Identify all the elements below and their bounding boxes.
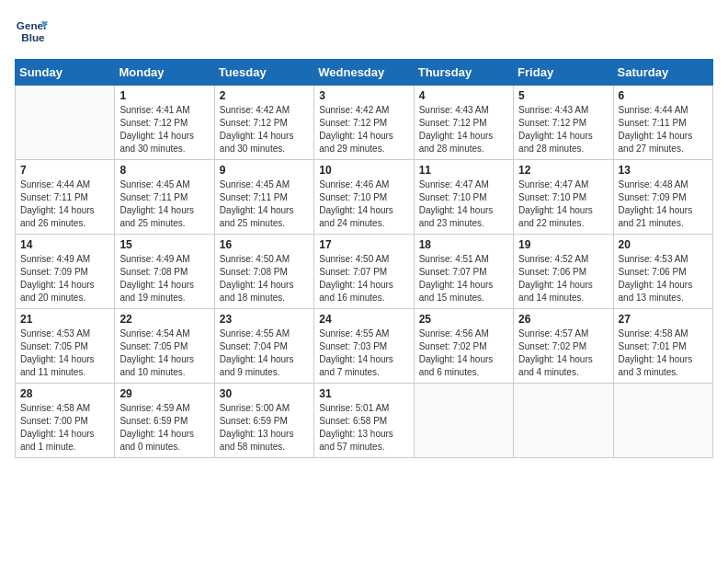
day-number: 2 bbox=[220, 89, 309, 102]
day-info: Sunrise: 4:56 AM Sunset: 7:02 PM Dayligh… bbox=[419, 327, 508, 379]
day-number: 1 bbox=[119, 89, 209, 102]
day-info: Sunrise: 4:46 AM Sunset: 7:10 PM Dayligh… bbox=[319, 178, 408, 230]
day-info: Sunrise: 4:45 AM Sunset: 7:11 PM Dayligh… bbox=[119, 178, 209, 230]
calendar-cell: 25Sunrise: 4:56 AM Sunset: 7:02 PM Dayli… bbox=[414, 309, 513, 384]
calendar-cell: 19Sunrise: 4:52 AM Sunset: 7:06 PM Dayli… bbox=[514, 235, 613, 309]
day-number: 26 bbox=[518, 313, 608, 326]
calendar-cell: 27Sunrise: 4:58 AM Sunset: 7:01 PM Dayli… bbox=[613, 309, 712, 384]
col-header-friday: Friday bbox=[514, 60, 613, 86]
calendar-cell: 30Sunrise: 5:00 AM Sunset: 6:59 PM Dayli… bbox=[214, 384, 313, 458]
day-info: Sunrise: 4:59 AM Sunset: 6:59 PM Dayligh… bbox=[119, 402, 209, 454]
day-number: 25 bbox=[419, 313, 508, 326]
day-number: 27 bbox=[619, 313, 708, 326]
calendar-cell: 6Sunrise: 4:44 AM Sunset: 7:11 PM Daylig… bbox=[613, 86, 712, 160]
calendar-table: SundayMondayTuesdayWednesdayThursdayFrid… bbox=[15, 59, 713, 458]
calendar-cell: 29Sunrise: 4:59 AM Sunset: 6:59 PM Dayli… bbox=[115, 384, 214, 458]
day-info: Sunrise: 4:49 AM Sunset: 7:08 PM Dayligh… bbox=[119, 253, 209, 304]
day-info: Sunrise: 4:42 AM Sunset: 7:12 PM Dayligh… bbox=[220, 104, 309, 155]
day-info: Sunrise: 5:00 AM Sunset: 6:59 PM Dayligh… bbox=[220, 402, 309, 454]
calendar-cell: 23Sunrise: 4:55 AM Sunset: 7:04 PM Dayli… bbox=[214, 309, 313, 384]
day-info: Sunrise: 4:53 AM Sunset: 7:06 PM Dayligh… bbox=[619, 253, 708, 304]
day-number: 31 bbox=[319, 387, 408, 400]
calendar-cell bbox=[613, 384, 712, 458]
calendar-week-row: 7Sunrise: 4:44 AM Sunset: 7:11 PM Daylig… bbox=[16, 160, 713, 235]
day-info: Sunrise: 4:55 AM Sunset: 7:03 PM Dayligh… bbox=[319, 327, 408, 379]
day-number: 21 bbox=[20, 313, 109, 326]
day-info: Sunrise: 4:57 AM Sunset: 7:02 PM Dayligh… bbox=[518, 327, 608, 379]
day-info: Sunrise: 5:01 AM Sunset: 6:58 PM Dayligh… bbox=[319, 402, 408, 454]
day-info: Sunrise: 4:58 AM Sunset: 7:00 PM Dayligh… bbox=[20, 402, 109, 454]
col-header-sunday: Sunday bbox=[16, 60, 115, 86]
day-number: 3 bbox=[319, 89, 408, 102]
page-header: General Blue bbox=[15, 15, 713, 48]
calendar-cell: 24Sunrise: 4:55 AM Sunset: 7:03 PM Dayli… bbox=[314, 309, 414, 384]
day-number: 8 bbox=[119, 164, 209, 177]
day-number: 11 bbox=[419, 164, 508, 177]
day-number: 23 bbox=[220, 313, 309, 326]
day-number: 13 bbox=[619, 164, 708, 177]
day-info: Sunrise: 4:42 AM Sunset: 7:12 PM Dayligh… bbox=[319, 104, 408, 155]
day-info: Sunrise: 4:43 AM Sunset: 7:12 PM Dayligh… bbox=[419, 104, 508, 155]
calendar-cell: 16Sunrise: 4:50 AM Sunset: 7:08 PM Dayli… bbox=[214, 235, 313, 309]
day-info: Sunrise: 4:41 AM Sunset: 7:12 PM Dayligh… bbox=[119, 104, 209, 155]
calendar-cell: 5Sunrise: 4:43 AM Sunset: 7:12 PM Daylig… bbox=[514, 86, 613, 160]
day-info: Sunrise: 4:50 AM Sunset: 7:08 PM Dayligh… bbox=[220, 253, 309, 304]
day-number: 10 bbox=[319, 164, 408, 177]
logo-icon: General Blue bbox=[15, 15, 48, 48]
col-header-saturday: Saturday bbox=[613, 60, 712, 86]
calendar-cell: 28Sunrise: 4:58 AM Sunset: 7:00 PM Dayli… bbox=[16, 384, 115, 458]
day-info: Sunrise: 4:43 AM Sunset: 7:12 PM Dayligh… bbox=[518, 104, 608, 155]
day-number: 7 bbox=[20, 164, 109, 177]
col-header-monday: Monday bbox=[115, 60, 214, 86]
day-number: 9 bbox=[220, 164, 309, 177]
calendar-cell: 11Sunrise: 4:47 AM Sunset: 7:10 PM Dayli… bbox=[414, 160, 513, 235]
day-number: 12 bbox=[518, 164, 608, 177]
calendar-cell bbox=[414, 384, 513, 458]
calendar-cell: 17Sunrise: 4:50 AM Sunset: 7:07 PM Dayli… bbox=[314, 235, 414, 309]
calendar-cell bbox=[514, 384, 613, 458]
calendar-header-row: SundayMondayTuesdayWednesdayThursdayFrid… bbox=[16, 60, 713, 86]
col-header-wednesday: Wednesday bbox=[314, 60, 414, 86]
calendar-cell: 10Sunrise: 4:46 AM Sunset: 7:10 PM Dayli… bbox=[314, 160, 414, 235]
day-info: Sunrise: 4:50 AM Sunset: 7:07 PM Dayligh… bbox=[319, 253, 408, 304]
day-number: 4 bbox=[419, 89, 508, 102]
col-header-tuesday: Tuesday bbox=[214, 60, 313, 86]
calendar-cell: 14Sunrise: 4:49 AM Sunset: 7:09 PM Dayli… bbox=[16, 235, 115, 309]
calendar-cell: 21Sunrise: 4:53 AM Sunset: 7:05 PM Dayli… bbox=[16, 309, 115, 384]
day-info: Sunrise: 4:44 AM Sunset: 7:11 PM Dayligh… bbox=[20, 178, 109, 230]
day-number: 14 bbox=[20, 238, 109, 251]
calendar-week-row: 21Sunrise: 4:53 AM Sunset: 7:05 PM Dayli… bbox=[16, 309, 713, 384]
calendar-cell: 31Sunrise: 5:01 AM Sunset: 6:58 PM Dayli… bbox=[314, 384, 414, 458]
calendar-cell: 2Sunrise: 4:42 AM Sunset: 7:12 PM Daylig… bbox=[214, 86, 313, 160]
day-number: 5 bbox=[518, 89, 608, 102]
svg-text:General: General bbox=[17, 19, 48, 31]
day-number: 19 bbox=[518, 238, 608, 251]
day-number: 16 bbox=[220, 238, 309, 251]
day-info: Sunrise: 4:44 AM Sunset: 7:11 PM Dayligh… bbox=[619, 104, 708, 155]
day-info: Sunrise: 4:47 AM Sunset: 7:10 PM Dayligh… bbox=[419, 178, 508, 230]
day-info: Sunrise: 4:55 AM Sunset: 7:04 PM Dayligh… bbox=[220, 327, 309, 379]
calendar-cell: 7Sunrise: 4:44 AM Sunset: 7:11 PM Daylig… bbox=[16, 160, 115, 235]
calendar-cell: 15Sunrise: 4:49 AM Sunset: 7:08 PM Dayli… bbox=[115, 235, 214, 309]
day-number: 22 bbox=[119, 313, 209, 326]
day-info: Sunrise: 4:51 AM Sunset: 7:07 PM Dayligh… bbox=[419, 253, 508, 304]
day-info: Sunrise: 4:47 AM Sunset: 7:10 PM Dayligh… bbox=[518, 178, 608, 230]
col-header-thursday: Thursday bbox=[414, 60, 513, 86]
day-number: 30 bbox=[220, 387, 309, 400]
calendar-week-row: 28Sunrise: 4:58 AM Sunset: 7:00 PM Dayli… bbox=[16, 384, 713, 458]
calendar-cell: 13Sunrise: 4:48 AM Sunset: 7:09 PM Dayli… bbox=[613, 160, 712, 235]
calendar-cell: 26Sunrise: 4:57 AM Sunset: 7:02 PM Dayli… bbox=[514, 309, 613, 384]
calendar-cell: 4Sunrise: 4:43 AM Sunset: 7:12 PM Daylig… bbox=[414, 86, 513, 160]
calendar-cell: 20Sunrise: 4:53 AM Sunset: 7:06 PM Dayli… bbox=[613, 235, 712, 309]
calendar-cell: 18Sunrise: 4:51 AM Sunset: 7:07 PM Dayli… bbox=[414, 235, 513, 309]
calendar-cell: 8Sunrise: 4:45 AM Sunset: 7:11 PM Daylig… bbox=[115, 160, 214, 235]
logo: General Blue bbox=[15, 15, 51, 48]
svg-text:Blue: Blue bbox=[21, 31, 45, 43]
calendar-cell: 12Sunrise: 4:47 AM Sunset: 7:10 PM Dayli… bbox=[514, 160, 613, 235]
day-number: 18 bbox=[419, 238, 508, 251]
day-info: Sunrise: 4:52 AM Sunset: 7:06 PM Dayligh… bbox=[518, 253, 608, 304]
day-info: Sunrise: 4:48 AM Sunset: 7:09 PM Dayligh… bbox=[619, 178, 708, 230]
calendar-cell: 22Sunrise: 4:54 AM Sunset: 7:05 PM Dayli… bbox=[115, 309, 214, 384]
calendar-week-row: 14Sunrise: 4:49 AM Sunset: 7:09 PM Dayli… bbox=[16, 235, 713, 309]
day-number: 17 bbox=[319, 238, 408, 251]
